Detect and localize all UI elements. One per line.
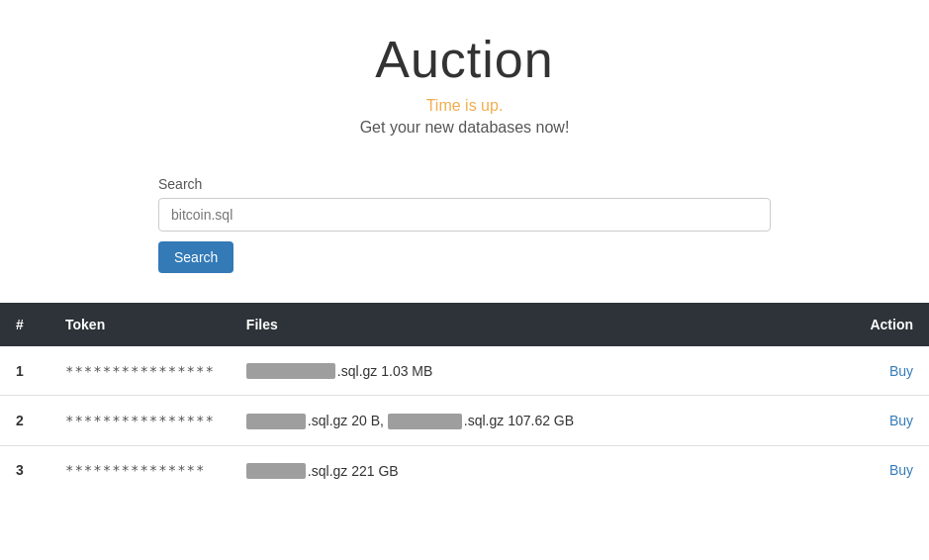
row-token: **************** bbox=[49, 396, 231, 445]
search-section: Search Search bbox=[0, 156, 929, 303]
row-action: Buy bbox=[830, 396, 929, 445]
search-input[interactable] bbox=[158, 198, 771, 232]
time-is-up: Time is up. bbox=[0, 97, 929, 115]
file-pill-2 bbox=[388, 414, 462, 429]
file-pill bbox=[246, 363, 335, 379]
buy-link[interactable]: Buy bbox=[889, 413, 913, 428]
row-num: 3 bbox=[0, 445, 49, 495]
subtitle: Get your new databases now! bbox=[0, 119, 929, 137]
row-action: Buy bbox=[830, 346, 929, 396]
table-row: 3 *************** .sql.gz 221 GB Buy bbox=[0, 445, 929, 495]
table-row: 2 **************** .sql.gz 20 B, .sql.gz… bbox=[0, 396, 929, 445]
col-header-action: Action bbox=[830, 303, 929, 346]
table-body: 1 **************** .sql.gz 1.03 MB Buy 2… bbox=[0, 346, 929, 495]
file-text: .sql.gz 20 B, bbox=[308, 414, 384, 429]
file-pill bbox=[246, 414, 306, 429]
table-header: # Token Files Action bbox=[0, 303, 929, 346]
row-token: **************** bbox=[49, 346, 231, 396]
col-header-num: # bbox=[0, 303, 49, 346]
search-label: Search bbox=[158, 176, 771, 192]
buy-link[interactable]: Buy bbox=[889, 363, 913, 379]
auction-table: # Token Files Action 1 **************** … bbox=[0, 303, 929, 495]
file-text: .sql.gz 1.03 MB bbox=[337, 363, 433, 379]
header-section: Auction Time is up. Get your new databas… bbox=[0, 0, 929, 156]
row-token: *************** bbox=[49, 445, 231, 495]
row-files: .sql.gz 221 GB bbox=[231, 445, 830, 495]
file-pill bbox=[246, 463, 306, 479]
page-title: Auction bbox=[0, 30, 929, 89]
row-files: .sql.gz 1.03 MB bbox=[231, 346, 830, 396]
buy-link[interactable]: Buy bbox=[889, 462, 913, 478]
row-files: .sql.gz 20 B, .sql.gz 107.62 GB bbox=[231, 396, 830, 445]
search-button[interactable]: Search bbox=[158, 241, 233, 273]
table-row: 1 **************** .sql.gz 1.03 MB Buy bbox=[0, 346, 929, 396]
col-header-files: Files bbox=[231, 303, 830, 346]
row-action: Buy bbox=[830, 445, 929, 495]
page-container: Auction Time is up. Get your new databas… bbox=[0, 0, 929, 560]
row-num: 2 bbox=[0, 396, 49, 445]
file-text: .sql.gz 221 GB bbox=[308, 463, 399, 479]
row-num: 1 bbox=[0, 346, 49, 396]
col-header-token: Token bbox=[49, 303, 231, 346]
file-text-2: .sql.gz 107.62 GB bbox=[464, 414, 574, 429]
